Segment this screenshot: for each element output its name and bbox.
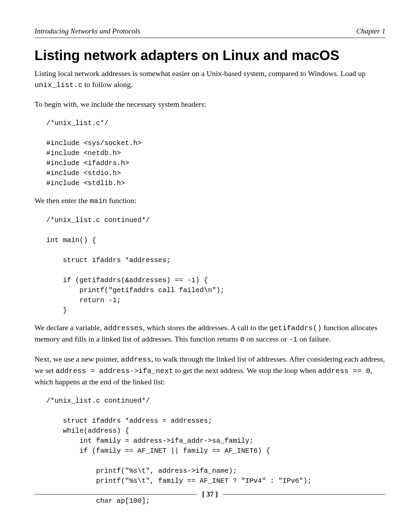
para5-text-c: to get the next address. We stop the loo… — [173, 366, 318, 375]
footer-rule-left — [35, 494, 197, 495]
page-number: [ 37 ] — [197, 490, 223, 499]
page-footer: [ 37 ] — [35, 490, 385, 499]
para5-text-a: Next, we use a new pointer, — [35, 355, 121, 363]
para3-text-b: function: — [107, 196, 136, 205]
running-header: Introducing Networks and Protocols Chapt… — [35, 27, 385, 38]
paragraph-5: Next, we use a new pointer, address, to … — [35, 354, 385, 388]
intro-paragraph-1: Listing local network addresses is somew… — [35, 68, 385, 90]
inline-code-addresses: addresses — [104, 324, 143, 332]
inline-code-getifaddrs: getifaddrs() — [269, 324, 322, 332]
inline-code-ifanext: address = address->ifa_next — [56, 367, 173, 375]
para3-text-a: We then enter the — [35, 196, 90, 205]
footer-rule-right — [223, 494, 385, 495]
header-left: Introducing Networks and Protocols — [35, 27, 140, 36]
inline-code-main: main — [90, 197, 107, 205]
intro-paragraph-2: To begin with, we include the necessary … — [35, 99, 385, 110]
code-block-2: /*unix_list.c continued*/ int main() { s… — [46, 215, 385, 315]
inline-code-address: address — [121, 356, 151, 364]
code-block-1: /*unix_list.c*/ #include <sys/socket.h> … — [46, 118, 385, 188]
paragraph-4: We declare a variable, addresses, which … — [35, 322, 385, 345]
section-title: Listing network adapters on Linux and ma… — [35, 48, 385, 63]
inline-code-zero: 0 — [240, 336, 245, 344]
page: Introducing Networks and Protocols Chapt… — [0, 0, 420, 518]
para1-text-a: Listing local network addresses is somew… — [35, 69, 366, 78]
header-right: Chapter 1 — [356, 27, 385, 36]
inline-code-address-eq-zero: address == 0 — [318, 367, 370, 375]
paragraph-3: We then enter the main function: — [35, 195, 385, 207]
para4-text-e: on failure. — [297, 335, 331, 343]
inline-code-filename: unix_list.c — [35, 81, 83, 89]
para4-text-d: on success or — [245, 335, 289, 343]
para4-text-b: , which stores the addresses. A call to … — [143, 323, 269, 332]
para1-text-b: to follow along. — [83, 80, 133, 89]
para4-text-a: We declare a variable, — [35, 323, 104, 332]
code-block-3: /*unix_list.c continued*/ struct ifaddrs… — [46, 396, 385, 506]
inline-code-neg1: -1 — [289, 336, 297, 344]
